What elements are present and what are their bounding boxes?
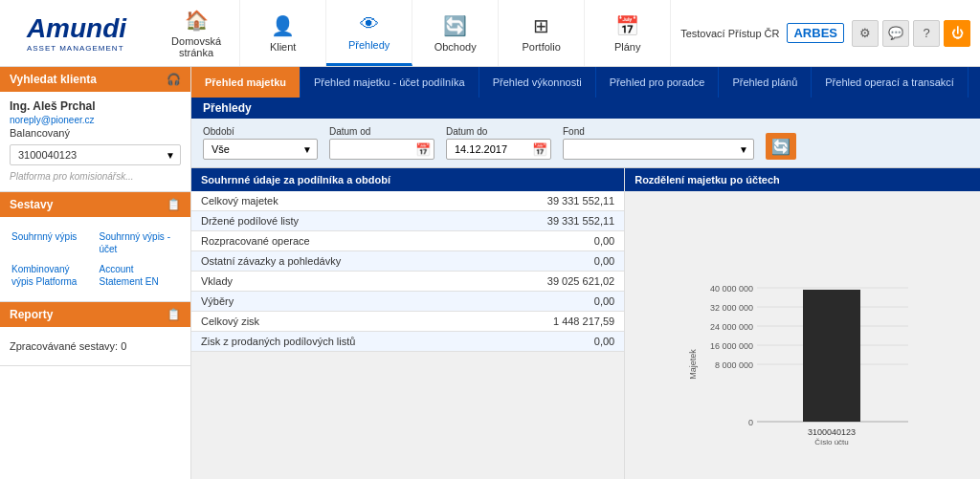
sidebar-sestavy-section: Sestavy 📋 Souhrnný výpis Souhrnný výpis … <box>0 192 190 302</box>
sidebar-reporty-content: Zpracovávané sestavy: 0 <box>0 327 190 365</box>
table-cell-value: 1 448 217,59 <box>480 312 624 332</box>
bar-3100040123 <box>803 290 860 422</box>
refresh-icon: 🔄 <box>443 14 467 37</box>
logo-area: Amundi ASSET MANAGEMENT <box>0 0 153 66</box>
sub-header: Přehledy <box>191 98 980 119</box>
account-select[interactable]: 3100040123 <box>10 144 181 165</box>
table-cell-label: Celkový majetek <box>191 191 480 211</box>
chat-button[interactable]: 💬 <box>882 20 909 47</box>
table-cell-label: Držené podílové listy <box>191 211 480 231</box>
period-select-wrapper: Vše ▼ <box>203 139 318 160</box>
nav-portfolio[interactable]: ⊞ Portfolio <box>499 0 585 66</box>
tab-prehled-poradce[interactable]: Přehled pro poradce <box>596 67 720 98</box>
sidebar-search-title: Vyhledat klienta <box>10 73 97 86</box>
filter-date-to: Datum do 📅 <box>446 126 551 160</box>
svg-text:Číslo účtu: Číslo účtu <box>814 438 849 446</box>
date-from-label: Datum od <box>329 126 434 137</box>
calendar-icon: 📅 <box>615 14 639 37</box>
period-select[interactable]: Vše <box>203 139 318 160</box>
table-cell-value: 39 331 552,11 <box>480 191 624 211</box>
table-cell-value: 39 025 621,02 <box>480 272 624 292</box>
account-statement-link[interactable]: Account Statement EN <box>98 261 182 290</box>
header-buttons: ⚙ 💬 ? ⏻ <box>852 20 970 47</box>
nav-portfolio-label: Portfolio <box>522 41 560 53</box>
tab-prehled-operaci[interactable]: Přehled operací a transakcí <box>812 67 969 98</box>
home-icon: 🏠 <box>185 9 209 32</box>
nav-klient[interactable]: 👤 Klient <box>240 0 326 66</box>
tab-prehled-planu[interactable]: Přehled plánů <box>719 67 812 98</box>
sidebar-sestavy-content: Souhrnný výpis Souhrnný výpis - účet Kom… <box>0 217 190 301</box>
main-area: Vyhledat klienta 🎧 Ing. Aleš Prchal nore… <box>0 67 980 479</box>
tab-prehled-majetku[interactable]: Přehled majetku <box>191 67 301 98</box>
date-from-calendar-icon[interactable]: 📅 <box>415 142 431 157</box>
fond-select[interactable] <box>563 139 754 160</box>
report-icon: 📋 <box>167 308 181 321</box>
date-from-input-wrapper: 📅 <box>329 139 434 160</box>
table-cell-label: Ostatní závazky a pohledávky <box>191 251 480 272</box>
nav-domovska[interactable]: 🏠 Domovská stránka <box>153 0 240 66</box>
portfolio-icon: ⊞ <box>533 14 549 37</box>
date-to-calendar-icon[interactable]: 📅 <box>532 142 547 157</box>
header-right: Testovací Přístup ČR ARBES ⚙ 💬 ? ⏻ <box>671 0 980 66</box>
client-name: Ing. Aleš Prchal <box>10 99 181 113</box>
table-row: Ostatní závazky a pohledávky0,00 <box>191 251 624 272</box>
table-row: Celkový zisk1 448 217,59 <box>191 312 624 332</box>
bar-chart: 40 000 000 32 000 000 24 000 000 16 000 … <box>688 278 918 469</box>
user-info: Testovací Přístup ČR ARBES <box>680 23 844 43</box>
fond-select-wrapper: ▼ <box>563 139 754 160</box>
souphrny-vypis-ucet-link[interactable]: Souhrnný výpis - účet <box>98 229 182 257</box>
table-row: Výběry0,00 <box>191 292 624 312</box>
nav-prehledy-label: Přehledy <box>348 39 390 51</box>
account-placeholder: Platforma pro komisionářsk... <box>10 169 181 184</box>
sidebar-client-info: Ing. Aleš Prchal noreply@pioneer.cz Bala… <box>0 92 190 191</box>
table-row: Držené podílové listy39 331 552,11 <box>191 211 624 231</box>
table-section: Souhrnné údaje za podílníka a období Cel… <box>191 168 625 479</box>
logo: Amundi <box>27 13 126 44</box>
table-cell-label: Celkový zisk <box>191 312 480 332</box>
arbes-logo: ARBES <box>787 23 844 43</box>
table-cell-label: Vklady <box>191 272 480 292</box>
nav-plany[interactable]: 📅 Plány <box>585 0 671 66</box>
svg-text:0: 0 <box>748 418 753 427</box>
nav-prehledy[interactable]: 👁 Přehledy <box>326 0 412 66</box>
header: Amundi ASSET MANAGEMENT 🏠 Domovská strán… <box>0 0 980 67</box>
table-row: Vklady39 025 621,02 <box>191 272 624 292</box>
power-button[interactable]: ⏻ <box>944 20 970 47</box>
svg-text:24 000 000: 24 000 000 <box>710 322 753 332</box>
content-area: Přehled majetku Přehled majetku - účet p… <box>191 67 980 479</box>
user-name: Testovací Přístup ČR <box>680 28 779 39</box>
sestavy-links: Souhrnný výpis Souhrnný výpis - účet Kom… <box>10 225 181 294</box>
table-scroll: Celkový majetek39 331 552,11Držené podíl… <box>191 191 624 479</box>
filter-refresh-button[interactable]: 🔄 <box>766 133 796 160</box>
souphrny-vypis-link[interactable]: Souhrnný výpis <box>10 229 94 257</box>
nav-domovska-label: Domovská stránka <box>170 35 222 58</box>
nav-klient-label: Klient <box>270 41 297 53</box>
sidebar-sestavy-header: Sestavy 📋 <box>0 192 190 217</box>
nav-obchody-label: Obchody <box>434 41 477 53</box>
svg-text:40 000 000: 40 000 000 <box>710 284 753 294</box>
svg-text:3100040123: 3100040123 <box>808 427 856 437</box>
table-cell-value: 0,00 <box>480 251 624 272</box>
tab-prehled-majetku-ucet[interactable]: Přehled majetku - účet podílníka <box>301 67 479 98</box>
reporty-status: Zpracovávané sestavy: 0 <box>10 335 181 358</box>
table-cell-value: 39 331 552,11 <box>480 211 624 231</box>
table-row: Rozpracované operace0,00 <box>191 231 624 251</box>
table-row: Celkový majetek39 331 552,11 <box>191 191 624 211</box>
sidebar: Vyhledat klienta 🎧 Ing. Aleš Prchal nore… <box>0 67 191 479</box>
client-email[interactable]: noreply@pioneer.cz <box>10 115 181 125</box>
settings-button[interactable]: ⚙ <box>852 20 879 47</box>
kombinovany-vypis-link[interactable]: Kombinovaný výpis Platforma <box>10 261 94 290</box>
data-area: Souhrnné údaje za podílníka a období Cel… <box>191 168 980 479</box>
svg-text:8 000 000: 8 000 000 <box>715 360 753 370</box>
chart-area: 40 000 000 32 000 000 24 000 000 16 000 … <box>625 191 980 479</box>
nav-obchody[interactable]: 🔄 Obchody <box>412 0 499 66</box>
filter-date-from: Datum od 📅 <box>329 126 434 160</box>
tab-prehled-vykonnosti[interactable]: Přehled výkonnosti <box>479 67 596 98</box>
table-cell-label: Výběry <box>191 292 480 312</box>
document-icon: 📋 <box>167 198 181 211</box>
date-to-input-wrapper: 📅 <box>446 139 551 160</box>
help-button[interactable]: ? <box>913 20 940 47</box>
sidebar-reporty-section: Reporty 📋 Zpracovávané sestavy: 0 <box>0 302 190 366</box>
table-cell-value: 0,00 <box>480 231 624 251</box>
account-select-wrapper: 3100040123 ▼ <box>10 144 181 165</box>
